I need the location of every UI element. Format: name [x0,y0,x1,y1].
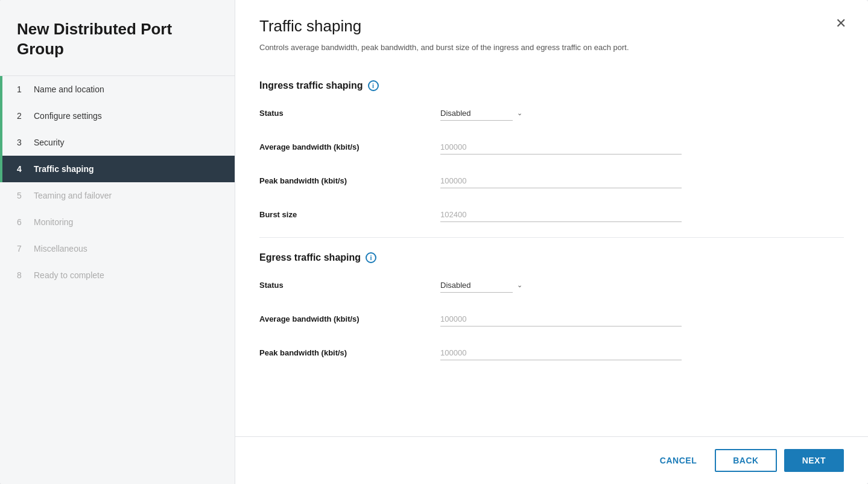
egress-status-select-wrap: Disabled Enabled ⌄ [440,278,525,293]
content-header: Traffic shaping Controls average bandwid… [235,0,868,54]
ingress-status-label: Status [259,109,440,118]
ingress-avg-bw-label: Average bandwidth (kbit/s) [259,142,440,151]
step-number-7: 7 [17,244,28,253]
egress-avg-bw-control [440,312,682,326]
ingress-peak-bw-input[interactable] [440,174,682,188]
sidebar-step-5: 5Teaming and failover [0,182,235,209]
step-label-3: Security [34,138,65,147]
step-label-6: Monitoring [34,217,73,227]
sidebar-step-1[interactable]: 1Name and location [0,76,235,103]
egress-peak-bw-input[interactable] [440,346,682,360]
ingress-peak-bw-control [440,174,682,188]
step-label-2: Configure settings [34,111,102,121]
step-label-8: Ready to complete [34,270,104,280]
page-description: Controls average bandwidth, peak bandwid… [259,42,844,54]
close-button[interactable]: ✕ [831,14,851,33]
page-title: Traffic shaping [259,17,844,36]
ingress-status-select[interactable]: Disabled Enabled [440,106,513,121]
ingress-burst-control [440,208,682,222]
egress-avg-bw-input[interactable] [440,312,682,326]
step-number-2: 2 [17,111,28,121]
egress-peak-bw-control [440,346,682,360]
step-number-4: 4 [17,164,28,174]
ingress-section-title: Ingress traffic shaping i [259,80,844,91]
ingress-burst-input[interactable] [440,208,682,222]
ingress-status-control: Disabled Enabled ⌄ [440,106,682,121]
step-label-5: Teaming and failover [34,191,112,200]
ingress-avg-bw-input[interactable] [440,140,682,154]
dialog-title: New Distributed Port Group [0,0,235,76]
egress-status-label: Status [259,281,440,290]
ingress-avg-bw-row: Average bandwidth (kbit/s) [259,136,844,159]
sidebar-step-2[interactable]: 2Configure settings [0,103,235,129]
egress-status-arrow: ⌄ [517,281,522,289]
ingress-peak-bw-row: Peak bandwidth (kbit/s) [259,170,844,193]
section-divider [259,237,844,238]
ingress-burst-row: Burst size [259,203,844,226]
egress-status-select[interactable]: Disabled Enabled [440,278,513,293]
main-content: Traffic shaping Controls average bandwid… [235,0,868,484]
ingress-peak-bw-label: Peak bandwidth (kbit/s) [259,176,440,185]
step-number-5: 5 [17,191,28,200]
next-button[interactable]: NEXT [784,449,844,472]
sidebar-step-7: 7Miscellaneous [0,235,235,262]
egress-avg-bw-row: Average bandwidth (kbit/s) [259,308,844,331]
egress-info-icon[interactable]: i [366,252,376,263]
sidebar-step-8: 8Ready to complete [0,262,235,288]
content-body: Ingress traffic shaping i Status Disable… [235,54,868,437]
sidebar: New Distributed Port Group 1Name and loc… [0,0,235,484]
ingress-status-select-wrap: Disabled Enabled ⌄ [440,106,525,121]
sidebar-step-3[interactable]: 3Security [0,129,235,156]
sidebar-step-6: 6Monitoring [0,209,235,235]
egress-status-control: Disabled Enabled ⌄ [440,278,682,293]
step-number-1: 1 [17,84,28,94]
step-number-6: 6 [17,217,28,227]
dialog: New Distributed Port Group 1Name and loc… [0,0,868,484]
step-label-4: Traffic shaping [34,164,94,174]
ingress-status-arrow: ⌄ [517,109,522,117]
ingress-burst-label: Burst size [259,210,440,219]
step-number-8: 8 [17,270,28,280]
content-footer: CANCEL BACK NEXT [235,436,868,484]
egress-peak-bw-label: Peak bandwidth (kbit/s) [259,348,440,357]
egress-avg-bw-label: Average bandwidth (kbit/s) [259,314,440,323]
cancel-button[interactable]: CANCEL [649,450,708,471]
ingress-avg-bw-control [440,140,682,154]
egress-status-row: Status Disabled Enabled ⌄ [259,274,844,297]
sidebar-step-4[interactable]: 4Traffic shaping [0,156,235,182]
step-label-7: Miscellaneous [34,244,87,253]
step-label-1: Name and location [34,84,104,94]
egress-section-title: Egress traffic shaping i [259,252,844,263]
step-number-3: 3 [17,138,28,147]
egress-peak-bw-row: Peak bandwidth (kbit/s) [259,342,844,365]
back-button[interactable]: BACK [715,449,776,472]
ingress-status-row: Status Disabled Enabled ⌄ [259,102,844,125]
steps-list: 1Name and location2Configure settings3Se… [0,76,235,288]
ingress-info-icon[interactable]: i [368,80,379,91]
